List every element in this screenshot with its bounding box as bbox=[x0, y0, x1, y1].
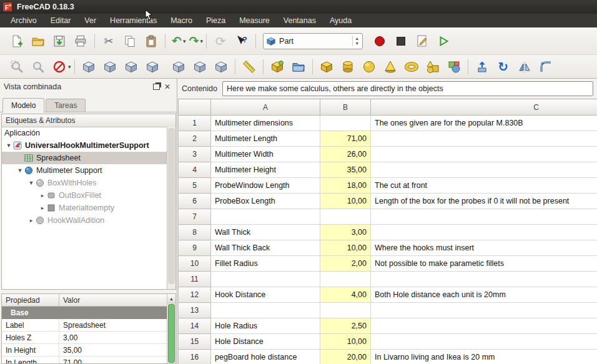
menu-macro[interactable]: Macro bbox=[164, 14, 199, 27]
cell-b3[interactable]: 26,00 bbox=[320, 147, 371, 162]
cut-icon[interactable]: ✂ bbox=[98, 32, 119, 51]
row-header[interactable]: 1 bbox=[179, 116, 211, 131]
part-torus-icon[interactable] bbox=[401, 57, 422, 76]
paste-icon[interactable] bbox=[141, 32, 162, 51]
part-cone-icon[interactable] bbox=[380, 57, 401, 76]
tree-item-materialtoempty[interactable]: ▸ Materialtoempty bbox=[2, 202, 167, 214]
float-panel-icon[interactable] bbox=[150, 82, 162, 92]
cell-c14[interactable] bbox=[371, 318, 597, 334]
cell-a9[interactable]: Wall Thick Back bbox=[211, 240, 320, 256]
cell-a4[interactable]: Multimeter Height bbox=[211, 162, 320, 178]
row-header[interactable]: 11 bbox=[179, 272, 211, 287]
tree-root-application[interactable]: Aplicación bbox=[2, 127, 167, 139]
row-header[interactable]: 15 bbox=[179, 334, 211, 350]
view-rear-icon[interactable] bbox=[168, 57, 189, 76]
save-icon[interactable] bbox=[49, 32, 70, 51]
part-shapebuilder-icon[interactable] bbox=[443, 57, 465, 76]
view-bottom-icon[interactable] bbox=[189, 57, 210, 76]
open-document-icon[interactable] bbox=[27, 32, 49, 51]
row-header[interactable]: 12 bbox=[179, 287, 211, 303]
property-scrollbar[interactable]: ▲ bbox=[167, 294, 175, 363]
cell-a6[interactable]: ProbeBox Length bbox=[211, 194, 320, 209]
new-document-icon[interactable] bbox=[6, 32, 27, 51]
property-scrollbar-thumb[interactable] bbox=[168, 304, 175, 363]
scroll-up-arrow-icon[interactable]: ▲ bbox=[167, 294, 175, 303]
corner-header-cell[interactable] bbox=[179, 99, 211, 116]
create-group-icon[interactable] bbox=[288, 57, 309, 76]
expander-open-icon[interactable]: ▼ bbox=[4, 142, 13, 149]
cell-a13[interactable] bbox=[211, 303, 320, 318]
row-header[interactable]: 13 bbox=[179, 303, 211, 318]
row-header[interactable]: 9 bbox=[179, 240, 211, 256]
menu-herramientas[interactable]: Herramientas bbox=[103, 14, 164, 27]
cell-c2[interactable] bbox=[371, 131, 597, 147]
cell-b15[interactable]: 10,00 bbox=[320, 334, 371, 350]
cell-c13[interactable] bbox=[371, 303, 597, 318]
column-header-c[interactable]: C bbox=[371, 99, 597, 116]
part-cylinder-icon[interactable] bbox=[337, 57, 358, 76]
measure-distance-icon[interactable] bbox=[239, 57, 260, 76]
cell-c15[interactable] bbox=[371, 334, 597, 350]
row-header[interactable]: 8 bbox=[179, 225, 211, 240]
macro-record-button[interactable] bbox=[369, 32, 390, 51]
cell-b5[interactable]: 18,00 bbox=[320, 178, 371, 194]
property-header-name[interactable]: Propiedad bbox=[2, 294, 59, 307]
cell-c9[interactable]: Where the hooks must insert bbox=[371, 240, 597, 256]
tab-modelo[interactable]: Modelo bbox=[2, 98, 44, 112]
cell-b12[interactable]: 4,00 bbox=[320, 287, 371, 303]
property-group-row[interactable]: Base bbox=[2, 307, 167, 319]
row-header[interactable]: 7 bbox=[179, 209, 211, 225]
row-header[interactable]: 4 bbox=[179, 162, 211, 178]
column-header-b[interactable]: B bbox=[320, 99, 371, 116]
cell-b6[interactable]: 10,00 bbox=[320, 194, 371, 209]
cell-c6[interactable]: Length of the box for the probes if 0 it… bbox=[371, 194, 597, 209]
copy-icon[interactable] bbox=[119, 32, 141, 51]
expander-closed-icon[interactable]: ▸ bbox=[38, 192, 47, 199]
property-header-value[interactable]: Valor bbox=[59, 294, 167, 307]
close-panel-icon[interactable]: ✕ bbox=[162, 82, 173, 92]
cell-b13[interactable] bbox=[320, 303, 371, 318]
cell-content-input[interactable] bbox=[222, 81, 593, 96]
workbench-selector[interactable]: Part ▲▼ bbox=[263, 33, 363, 49]
row-header[interactable]: 10 bbox=[179, 256, 211, 272]
property-value[interactable]: 35,00 bbox=[59, 344, 167, 357]
cell-c4[interactable] bbox=[371, 162, 597, 178]
cell-a12[interactable]: Hook Distance bbox=[211, 287, 320, 303]
macro-stop-button[interactable] bbox=[390, 32, 412, 51]
cell-c5[interactable]: The cut at front bbox=[371, 178, 597, 194]
row-header[interactable]: 16 bbox=[179, 350, 211, 364]
menu-pieza[interactable]: Pieza bbox=[199, 14, 232, 27]
tree-item-outboxfillet[interactable]: ▸ OutBoxFillet bbox=[2, 189, 167, 202]
menu-archivo[interactable]: Archivo bbox=[4, 14, 44, 27]
draw-style-dropdown-arrow[interactable]: ▾ bbox=[68, 64, 71, 70]
workbench-spinner[interactable]: ▲▼ bbox=[352, 36, 361, 46]
part-revolve-icon[interactable]: ↻ bbox=[493, 57, 514, 76]
view-isometric-icon[interactable] bbox=[78, 57, 99, 76]
tree-item-boxwithholes[interactable]: ▼ BoxWithHoles bbox=[2, 177, 167, 189]
cell-a2[interactable]: Multimeter Length bbox=[211, 131, 320, 147]
expander-open-icon[interactable]: ▼ bbox=[27, 180, 36, 186]
property-value[interactable]: 3,00 bbox=[59, 332, 167, 344]
view-right-icon[interactable] bbox=[142, 57, 163, 76]
cell-c16[interactable]: In Livarno living and Ikea is 20 mm bbox=[371, 350, 597, 364]
whats-this-icon[interactable]: ? bbox=[231, 32, 252, 51]
refresh-icon[interactable]: ⟳ bbox=[210, 32, 231, 51]
cell-a11[interactable] bbox=[211, 272, 320, 287]
print-icon[interactable] bbox=[70, 32, 91, 51]
view-top-icon[interactable] bbox=[121, 57, 142, 76]
part-mirror-icon[interactable] bbox=[514, 57, 535, 76]
part-fillet-icon[interactable] bbox=[535, 57, 556, 76]
tree-item-document[interactable]: ▼ UniversalHookMultimeterSupport bbox=[2, 139, 167, 152]
cell-b1[interactable] bbox=[320, 116, 371, 131]
row-header[interactable]: 6 bbox=[179, 194, 211, 209]
part-primitives-icon[interactable] bbox=[422, 57, 443, 76]
create-part-icon[interactable] bbox=[267, 57, 288, 76]
tree-item-hookwalladition[interactable]: ▸ HookWallAdition bbox=[2, 214, 167, 227]
expander-closed-icon[interactable]: ▸ bbox=[27, 217, 36, 224]
cell-b16[interactable]: 20,00 bbox=[320, 350, 371, 364]
cell-c10[interactable]: Not possible to make parametic fillets bbox=[371, 256, 597, 272]
menu-ayuda[interactable]: Ayuda bbox=[323, 14, 358, 27]
cell-a15[interactable]: Hole Distance bbox=[211, 334, 320, 350]
tree-scrollbar[interactable] bbox=[167, 127, 175, 289]
cell-a8[interactable]: Wall Thick bbox=[211, 225, 320, 240]
